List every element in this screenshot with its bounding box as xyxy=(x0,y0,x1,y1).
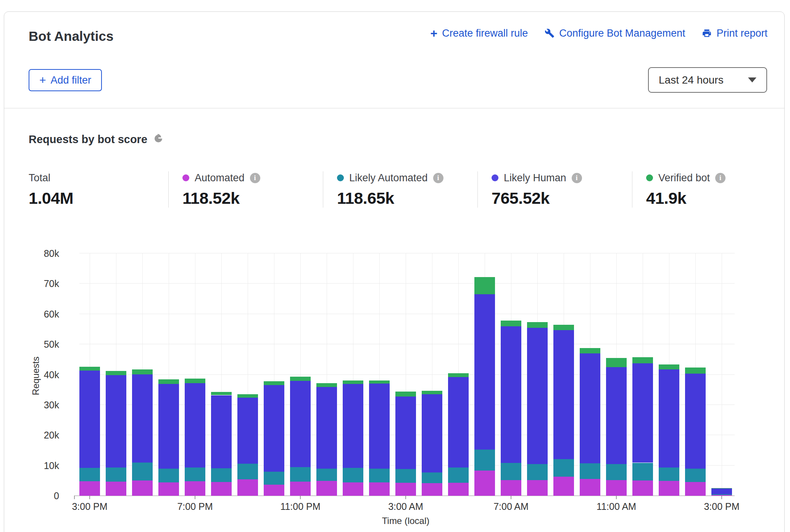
bar-segment-likely-human[interactable] xyxy=(474,294,495,449)
bar-segment-automated[interactable] xyxy=(685,482,706,496)
bar-segment-automated[interactable] xyxy=(369,482,390,496)
bar-segment-verified-bot[interactable] xyxy=(395,392,416,397)
bar-segment-verified-bot[interactable] xyxy=(448,373,469,377)
bar-segment-likely-automated[interactable] xyxy=(79,468,100,481)
bar-segment-verified-bot[interactable] xyxy=(132,369,153,374)
bar-segment-likely-human[interactable] xyxy=(685,374,706,468)
bar-segment-verified-bot[interactable] xyxy=(632,357,653,363)
bar-segment-verified-bot[interactable] xyxy=(185,379,205,383)
bar-segment-likely-human[interactable] xyxy=(316,387,337,469)
bar-segment-likely-human[interactable] xyxy=(132,374,153,463)
time-range-select[interactable]: Last 24 hours xyxy=(648,67,767,93)
bar-segment-likely-automated[interactable] xyxy=(158,469,179,483)
bar-segment-automated[interactable] xyxy=(185,481,205,496)
bar-segment-likely-human[interactable] xyxy=(185,383,205,468)
bar-segment-likely-human[interactable] xyxy=(501,326,521,463)
bar-segment-verified-bot[interactable] xyxy=(316,383,337,387)
bar-segment-automated[interactable] xyxy=(448,483,469,496)
bar-segment-likely-automated[interactable] xyxy=(106,468,126,482)
bar-segment-automated[interactable] xyxy=(79,481,100,496)
bar-segment-likely-human[interactable] xyxy=(659,369,679,468)
configure-bot-management-link[interactable]: Configure Bot Management xyxy=(545,27,685,39)
bar-segment-automated[interactable] xyxy=(527,480,548,496)
bar-segment-likely-human[interactable] xyxy=(711,488,732,494)
bar-segment-automated[interactable] xyxy=(264,485,284,496)
bar-segment-automated[interactable] xyxy=(553,477,574,496)
bar-segment-likely-automated[interactable] xyxy=(711,494,732,495)
bar-segment-verified-bot[interactable] xyxy=(343,380,363,384)
bar-segment-verified-bot[interactable] xyxy=(158,379,179,384)
bar-segment-likely-automated[interactable] xyxy=(395,469,416,483)
bar-segment-likely-human[interactable] xyxy=(632,363,653,463)
bar-segment-automated[interactable] xyxy=(316,481,337,496)
bar-segment-likely-human[interactable] xyxy=(527,328,548,464)
bar-segment-verified-bot[interactable] xyxy=(369,380,390,384)
bar-segment-verified-bot[interactable] xyxy=(711,488,732,488)
bar-segment-likely-human[interactable] xyxy=(264,385,284,472)
bar-segment-likely-human[interactable] xyxy=(395,397,416,469)
bar-segment-likely-human[interactable] xyxy=(106,375,126,468)
bar-segment-verified-bot[interactable] xyxy=(527,322,548,328)
bar-segment-likely-automated[interactable] xyxy=(501,463,521,480)
bar-segment-likely-automated[interactable] xyxy=(474,450,495,471)
bar-segment-automated[interactable] xyxy=(290,482,311,496)
bar-segment-verified-bot[interactable] xyxy=(474,277,495,294)
create-firewall-rule-link[interactable]: + Create firewall rule xyxy=(430,27,528,39)
bar-segment-likely-automated[interactable] xyxy=(343,468,363,482)
info-icon[interactable]: i xyxy=(715,173,726,183)
bar-segment-likely-human[interactable] xyxy=(158,384,179,468)
bar-segment-likely-human[interactable] xyxy=(237,398,258,464)
bar-segment-verified-bot[interactable] xyxy=(659,364,679,369)
bar-segment-automated[interactable] xyxy=(632,480,653,496)
bar-segment-automated[interactable] xyxy=(659,481,679,496)
bar-segment-automated[interactable] xyxy=(237,479,258,496)
bar-segment-likely-human[interactable] xyxy=(580,353,600,463)
bar-segment-likely-automated[interactable] xyxy=(132,463,153,480)
bar-segment-automated[interactable] xyxy=(606,480,627,496)
bar-segment-likely-human[interactable] xyxy=(290,381,311,467)
bar-segment-likely-human[interactable] xyxy=(79,371,100,468)
bar-segment-likely-human[interactable] xyxy=(422,394,442,472)
bar-segment-automated[interactable] xyxy=(422,483,442,496)
info-icon[interactable]: i xyxy=(433,173,443,183)
bar-segment-automated[interactable] xyxy=(474,471,495,496)
bar-segment-likely-automated[interactable] xyxy=(290,467,311,481)
bar-segment-verified-bot[interactable] xyxy=(501,321,521,326)
bar-segment-verified-bot[interactable] xyxy=(290,377,311,381)
bar-segment-verified-bot[interactable] xyxy=(211,392,232,395)
bar-segment-likely-automated[interactable] xyxy=(264,472,284,484)
bar-segment-likely-human[interactable] xyxy=(369,384,390,469)
bar-segment-likely-human[interactable] xyxy=(211,395,232,468)
bar-segment-likely-human[interactable] xyxy=(448,377,469,468)
print-report-link[interactable]: Print report xyxy=(702,27,767,39)
bar-segment-verified-bot[interactable] xyxy=(553,325,574,330)
bar-segment-automated[interactable] xyxy=(580,479,600,496)
bar-segment-automated[interactable] xyxy=(158,482,179,496)
bar-segment-likely-automated[interactable] xyxy=(185,468,205,481)
bar-segment-automated[interactable] xyxy=(211,482,232,496)
bar-segment-likely-automated[interactable] xyxy=(580,463,600,479)
info-icon[interactable]: i xyxy=(250,173,260,183)
bar-segment-verified-bot[interactable] xyxy=(264,381,284,385)
bar-segment-likely-automated[interactable] xyxy=(422,472,442,483)
bar-segment-verified-bot[interactable] xyxy=(237,394,258,398)
bar-segment-automated[interactable] xyxy=(343,482,363,496)
bar-segment-verified-bot[interactable] xyxy=(580,348,600,353)
bar-segment-likely-automated[interactable] xyxy=(527,464,548,480)
bar-segment-verified-bot[interactable] xyxy=(685,368,706,374)
bar-segment-verified-bot[interactable] xyxy=(606,358,627,367)
bar-segment-likely-automated[interactable] xyxy=(211,468,232,482)
bar-segment-likely-human[interactable] xyxy=(553,330,574,459)
bar-segment-automated[interactable] xyxy=(132,480,153,496)
bar-segment-automated[interactable] xyxy=(106,482,126,496)
bar-segment-likely-automated[interactable] xyxy=(369,469,390,482)
bar-segment-likely-automated[interactable] xyxy=(606,464,627,480)
bar-segment-likely-automated[interactable] xyxy=(659,468,679,481)
bar-segment-verified-bot[interactable] xyxy=(422,391,442,395)
bar-segment-likely-human[interactable] xyxy=(343,384,363,468)
bar-segment-likely-automated[interactable] xyxy=(632,463,653,480)
info-icon[interactable]: i xyxy=(572,173,582,183)
bar-segment-automated[interactable] xyxy=(501,480,521,496)
bar-segment-verified-bot[interactable] xyxy=(106,371,126,375)
bar-segment-likely-automated[interactable] xyxy=(448,468,469,483)
